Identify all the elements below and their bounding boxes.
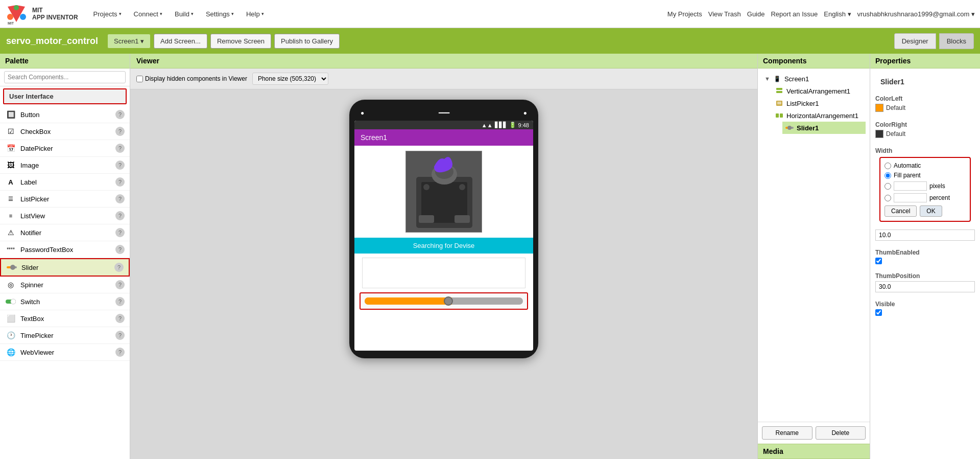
account-menu[interactable]: vrushabhkrushnarao1999@gmail.com ▾ bbox=[857, 10, 975, 18]
notifier-help-icon[interactable]: ? bbox=[115, 228, 125, 237]
remove-screen-button[interactable]: Remove Screen bbox=[210, 34, 271, 49]
automatic-radio[interactable] bbox=[885, 163, 891, 169]
top-navigation: MIT MIT APP INVENTOR Projects ▾ Connect … bbox=[0, 0, 980, 28]
blocks-button[interactable]: Blocks bbox=[939, 33, 974, 49]
spinner-help-icon[interactable]: ? bbox=[115, 280, 125, 289]
color-right-label: ColorRight bbox=[875, 121, 975, 128]
palette-item-datepicker[interactable]: 📅 DatePicker ? bbox=[0, 140, 130, 157]
pixels-radio-option: pixels bbox=[885, 181, 966, 191]
toolbar: servo_motor_control Screen1 ▾ Add Screen… bbox=[0, 28, 980, 54]
palette-item-label[interactable]: A Label ? bbox=[0, 174, 130, 191]
components-header: Components bbox=[758, 54, 870, 68]
publish-gallery-button[interactable]: Publish to Gallery bbox=[274, 34, 340, 49]
build-menu[interactable]: Build ▾ bbox=[170, 7, 199, 21]
rename-button[interactable]: Rename bbox=[762, 426, 812, 440]
textbox-help-icon[interactable]: ? bbox=[115, 314, 125, 323]
ok-button[interactable]: OK bbox=[920, 205, 942, 217]
report-issue-link[interactable]: Report an Issue bbox=[771, 10, 818, 18]
palette-item-passwordtextbox[interactable]: **** PasswordTextBox ? bbox=[0, 241, 130, 258]
nav-right: My Projects View Trash Guide Report an I… bbox=[667, 10, 975, 18]
palette-item-button[interactable]: 🔲 Button ? bbox=[0, 106, 130, 123]
checkbox-label: CheckBox bbox=[20, 128, 111, 135]
datepicker-icon: 📅 bbox=[5, 143, 16, 154]
svg-point-17 bbox=[423, 184, 429, 190]
svg-point-8 bbox=[10, 265, 15, 270]
switch-help-icon[interactable]: ? bbox=[115, 297, 125, 306]
slider-thumb bbox=[444, 296, 453, 306]
palette-item-webviewer[interactable]: 🌐 WebViewer ? bbox=[0, 344, 130, 361]
comp-slider1[interactable]: Slider1 bbox=[782, 122, 866, 134]
slider-help-icon[interactable]: ? bbox=[114, 263, 124, 272]
search-input[interactable] bbox=[4, 71, 126, 83]
button-help-icon[interactable]: ? bbox=[115, 110, 125, 119]
listview-help-icon[interactable]: ? bbox=[115, 211, 125, 220]
pixels-input[interactable] bbox=[894, 181, 927, 191]
automatic-radio-option: Automatic bbox=[885, 162, 966, 169]
searching-bar: Searching for Devise bbox=[354, 238, 533, 254]
add-screen-button[interactable]: Add Screen... bbox=[154, 34, 207, 49]
palette-item-spinner[interactable]: ◎ Spinner ? bbox=[0, 277, 130, 293]
cancel-button[interactable]: Cancel bbox=[885, 205, 917, 217]
wifi-icon: ▲▲ bbox=[482, 122, 493, 128]
image-help-icon[interactable]: ? bbox=[115, 160, 125, 170]
palette-item-listpicker[interactable]: ☰ ListPicker ? bbox=[0, 191, 130, 208]
guide-link[interactable]: Guide bbox=[747, 10, 765, 18]
hidden-components-checkbox[interactable] bbox=[136, 76, 143, 82]
label-help-icon[interactable]: ? bbox=[115, 177, 125, 187]
my-projects-link[interactable]: My Projects bbox=[667, 10, 702, 18]
components-panel: Components ▼ 📱 Screen1 VerticalArrangeme… bbox=[758, 54, 870, 459]
language-selector[interactable]: English ▾ bbox=[824, 10, 851, 18]
comp-horizontal-arrangement[interactable]: HorizontalArrangement1 bbox=[772, 109, 866, 122]
palette-item-switch[interactable]: Switch ? bbox=[0, 293, 130, 310]
slider1-label: Slider1 bbox=[797, 124, 819, 132]
width-popup-buttons: Cancel OK bbox=[885, 205, 966, 217]
checkbox-help-icon[interactable]: ? bbox=[115, 127, 125, 136]
palette-item-listview[interactable]: ≡ ListView ? bbox=[0, 208, 130, 224]
designer-button[interactable]: Designer bbox=[894, 33, 936, 49]
timepicker-help-icon[interactable]: ? bbox=[115, 331, 125, 340]
component-tree: ▼ 📱 Screen1 VerticalArrangement1 ListPic… bbox=[758, 68, 870, 422]
component-name-section: Slider1 bbox=[870, 71, 980, 93]
pixels-radio[interactable] bbox=[885, 183, 891, 190]
thumb-position-input[interactable] bbox=[875, 281, 975, 292]
palette-item-slider[interactable]: Slider ? bbox=[0, 258, 130, 277]
palette-item-timepicker[interactable]: 🕐 TimePicker ? bbox=[0, 327, 130, 344]
max-value-input[interactable] bbox=[875, 230, 975, 241]
phone-size-select[interactable]: Phone size (505,320) bbox=[252, 73, 328, 85]
comp-screen1[interactable]: ▼ 📱 Screen1 bbox=[762, 73, 866, 85]
hidden-components-label: Display hidden components in Viewer bbox=[136, 75, 247, 82]
settings-menu[interactable]: Settings ▾ bbox=[201, 7, 239, 21]
webviewer-help-icon[interactable]: ? bbox=[115, 348, 125, 357]
slider-track[interactable] bbox=[365, 297, 523, 305]
help-menu[interactable]: Help ▾ bbox=[241, 7, 269, 21]
horizontal-arrangement1-label: HorizontalArrangement1 bbox=[786, 112, 858, 120]
screen1-toggle[interactable]: ▼ bbox=[764, 76, 770, 82]
comp-listpicker[interactable]: ListPicker1 bbox=[772, 97, 866, 109]
percent-input[interactable] bbox=[894, 193, 927, 202]
textbox-label: TextBox bbox=[20, 315, 111, 323]
webviewer-label: WebViewer bbox=[20, 349, 111, 356]
percent-radio[interactable] bbox=[885, 195, 891, 201]
projects-menu[interactable]: Projects ▾ bbox=[88, 7, 127, 21]
passwordtextbox-help-icon[interactable]: ? bbox=[115, 245, 125, 254]
palette-item-checkbox[interactable]: ☑ CheckBox ? bbox=[0, 123, 130, 140]
palette-item-textbox[interactable]: ⬜ TextBox ? bbox=[0, 310, 130, 327]
datepicker-help-icon[interactable]: ? bbox=[115, 144, 125, 153]
connect-menu[interactable]: Connect ▾ bbox=[129, 7, 168, 21]
fill-parent-radio[interactable] bbox=[885, 172, 891, 179]
view-trash-link[interactable]: View Trash bbox=[708, 10, 741, 18]
delete-button[interactable]: Delete bbox=[816, 426, 866, 440]
palette-item-notifier[interactable]: ⚠ Notifier ? bbox=[0, 224, 130, 241]
width-popup: Automatic Fill parent pixels perc bbox=[879, 157, 971, 222]
status-bar: ▲▲ ▋▋▋ 🔋 9:48 bbox=[354, 121, 533, 129]
thumb-enabled-checkbox[interactable] bbox=[875, 258, 882, 264]
component-name-display: Slider1 bbox=[875, 74, 975, 90]
screen-selector[interactable]: Screen1 ▾ bbox=[107, 34, 151, 49]
comp-vertical-arrangement[interactable]: VerticalArrangement1 bbox=[772, 85, 866, 97]
user-interface-category[interactable]: User Interface bbox=[3, 88, 127, 104]
color-right-section: ColorRight Default bbox=[870, 119, 980, 145]
palette-item-image[interactable]: 🖼 Image ? bbox=[0, 157, 130, 174]
thumb-position-section: ThumbPosition bbox=[870, 270, 980, 298]
listpicker-help-icon[interactable]: ? bbox=[115, 194, 125, 203]
visible-checkbox[interactable] bbox=[875, 309, 882, 316]
